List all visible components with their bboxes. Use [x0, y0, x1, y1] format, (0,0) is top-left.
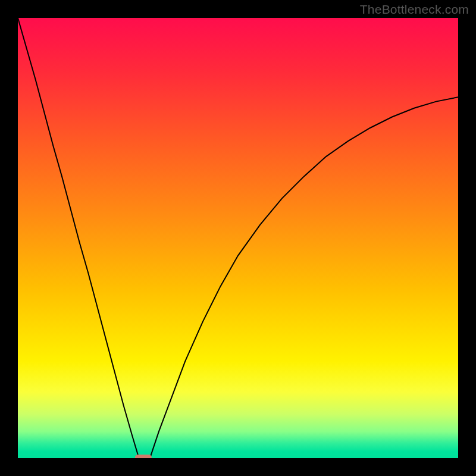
- plot-area: [18, 18, 458, 458]
- chart-svg: [18, 18, 458, 458]
- watermark-text: TheBottleneck.com: [360, 2, 469, 17]
- gradient-background: [18, 18, 458, 458]
- minimum-marker: [135, 455, 152, 458]
- chart-frame: TheBottleneck.com: [0, 0, 476, 476]
